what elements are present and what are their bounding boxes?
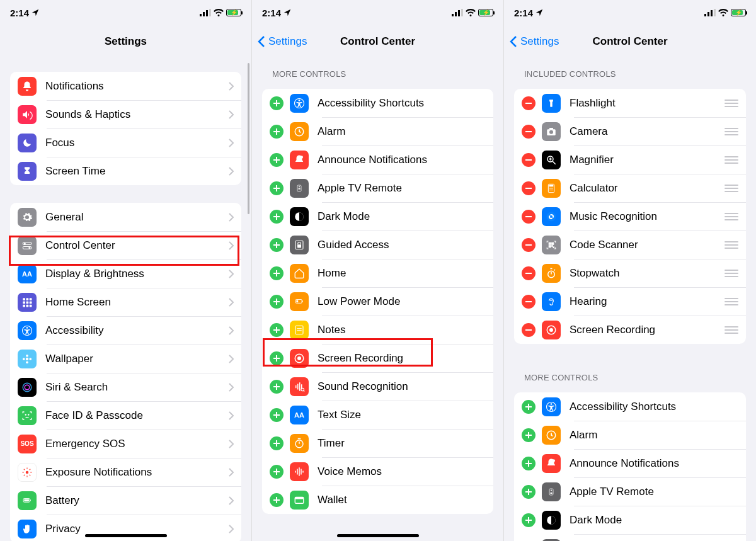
control-row: Screen Recording [262, 344, 493, 372]
drag-handle-icon[interactable] [724, 241, 738, 249]
row-exposure-notifications[interactable]: Exposure Notifications [10, 458, 241, 486]
speaker-icon [18, 105, 37, 124]
control-label: Calculator [570, 182, 719, 195]
add-button[interactable] [270, 266, 284, 280]
add-button[interactable] [522, 428, 536, 442]
svg-rect-16 [30, 304, 32, 307]
control-label: Low Power Mode [318, 295, 486, 308]
row-display-brightness[interactable]: AA Display & Brightness [10, 259, 241, 288]
remove-button[interactable] [522, 238, 536, 252]
more-controls-group: Accessibility ShortcutsAlarmAnnounce Not… [262, 89, 493, 514]
row-control-center[interactable]: Control Center [10, 231, 241, 259]
drag-handle-icon[interactable] [724, 326, 738, 334]
remove-button[interactable] [522, 210, 536, 224]
exposure-icon [18, 463, 37, 482]
row-sounds-haptics[interactable]: Sounds & Haptics [10, 100, 241, 128]
add-button[interactable] [270, 125, 284, 139]
control-row: Home [262, 259, 493, 287]
svg-rect-79 [711, 10, 713, 16]
add-button[interactable] [522, 513, 536, 527]
row-faceid-passcode[interactable]: Face ID & Passcode [10, 401, 241, 430]
row-battery[interactable]: Battery [10, 486, 241, 515]
svg-rect-72 [299, 467, 300, 476]
aa-icon: AA [18, 265, 37, 283]
control-label: Dark Mode [570, 514, 738, 527]
add-button[interactable] [270, 181, 284, 195]
add-button[interactable] [270, 436, 284, 450]
remove-button[interactable] [522, 323, 536, 337]
remove-button[interactable] [522, 96, 536, 110]
add-button[interactable] [270, 323, 284, 337]
add-button[interactable] [270, 465, 284, 479]
page-title: Settings [105, 35, 147, 48]
add-button[interactable] [522, 400, 536, 414]
add-button[interactable] [270, 96, 284, 110]
home-indicator[interactable] [85, 534, 167, 537]
remote-icon [290, 179, 309, 198]
control-row: Hearing [514, 287, 746, 316]
control-row: Apple TV Remote [514, 477, 746, 506]
add-button[interactable] [270, 295, 284, 309]
drag-handle-icon[interactable] [724, 270, 738, 277]
control-row: Flashlight [514, 89, 746, 117]
svg-rect-50 [299, 188, 301, 189]
add-button[interactable] [522, 485, 536, 499]
back-button[interactable]: Settings [509, 35, 559, 48]
svg-point-26 [25, 414, 26, 414]
nav-bar: Settings [0, 25, 251, 58]
remove-button[interactable] [522, 153, 536, 167]
scrollbar[interactable] [248, 63, 249, 214]
drag-handle-icon[interactable] [724, 213, 738, 220]
svg-rect-89 [549, 185, 554, 186]
gear-icon [18, 208, 37, 227]
chevron-right-icon [229, 411, 234, 420]
row-accessibility[interactable]: Accessibility [10, 316, 241, 345]
svg-point-93 [549, 190, 550, 190]
control-label: Apple TV Remote [570, 486, 738, 498]
hand-icon [18, 520, 37, 538]
add-button[interactable] [270, 238, 284, 252]
add-button[interactable] [270, 493, 284, 507]
add-button[interactable] [270, 380, 284, 394]
chevron-right-icon [229, 440, 234, 448]
svg-point-92 [552, 188, 553, 188]
drag-handle-icon[interactable] [724, 298, 738, 305]
control-label: Screen Recording [570, 324, 719, 336]
row-screen-time[interactable]: Screen Time [10, 157, 241, 185]
cellular-icon [452, 9, 463, 16]
svg-point-49 [299, 186, 300, 187]
row-wallpaper[interactable]: Wallpaper [10, 345, 241, 373]
row-emergency-sos[interactable]: SOS Emergency SOS [10, 430, 241, 458]
remove-button[interactable] [522, 181, 536, 195]
row-focus[interactable]: Focus [10, 128, 241, 157]
bell-badge-icon [542, 454, 561, 473]
control-row: Stopwatch [514, 259, 746, 287]
row-general[interactable]: General [10, 203, 241, 231]
ear-icon [542, 292, 561, 311]
add-button[interactable] [270, 351, 284, 365]
drag-handle-icon[interactable] [724, 100, 738, 107]
aa-icon: AA [290, 406, 309, 424]
remove-button[interactable] [522, 295, 536, 309]
nav-bar: Settings Control Center [504, 25, 756, 58]
hourglass-icon [18, 162, 37, 181]
row-siri-search[interactable]: Siri & Search [10, 373, 241, 401]
drag-handle-icon[interactable] [724, 128, 738, 135]
row-home-screen[interactable]: Home Screen [10, 288, 241, 316]
remove-button[interactable] [522, 266, 536, 280]
svg-point-28 [26, 470, 29, 474]
drag-handle-icon[interactable] [724, 156, 738, 164]
add-button[interactable] [270, 210, 284, 224]
svg-point-27 [28, 414, 29, 414]
back-button[interactable]: Settings [257, 35, 307, 48]
add-button[interactable] [522, 457, 536, 470]
status-time: 2:14 [514, 8, 533, 18]
control-label: Announce Notifications [570, 457, 738, 470]
add-button[interactable] [270, 408, 284, 422]
remove-button[interactable] [522, 125, 536, 139]
control-label: Accessibility Shortcuts [318, 97, 486, 110]
drag-handle-icon[interactable] [724, 185, 738, 192]
home-indicator[interactable] [337, 534, 419, 537]
row-notifications[interactable]: Notifications [10, 72, 241, 100]
add-button[interactable] [270, 153, 284, 167]
